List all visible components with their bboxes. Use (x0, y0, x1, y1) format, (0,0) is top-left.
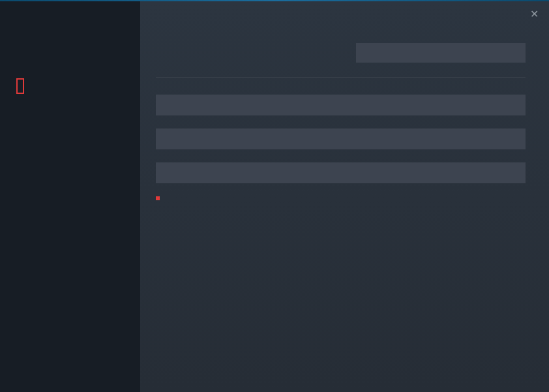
sidebar-item-controller[interactable] (16, 120, 22, 129)
verify-button[interactable] (156, 128, 526, 149)
size-text (156, 47, 158, 59)
verify-highlight (156, 196, 160, 200)
divider (156, 77, 526, 78)
main-panel: ✕ (140, 1, 549, 392)
container: ✕ (0, 1, 549, 392)
backup-button[interactable] (156, 95, 526, 115)
sidebar (0, 1, 140, 392)
sidebar-item-betas[interactable] (16, 107, 22, 116)
size-row (156, 43, 526, 63)
sidebar-item-general[interactable] (16, 52, 22, 61)
sidebar-item-updates[interactable] (16, 65, 22, 74)
sidebar-highlight (16, 78, 24, 94)
browse-button[interactable] (356, 43, 526, 63)
move-button[interactable] (156, 162, 526, 183)
close-icon[interactable]: ✕ (530, 8, 539, 20)
sidebar-item-local-files[interactable] (18, 80, 23, 89)
sidebar-item-language[interactable] (16, 94, 22, 103)
